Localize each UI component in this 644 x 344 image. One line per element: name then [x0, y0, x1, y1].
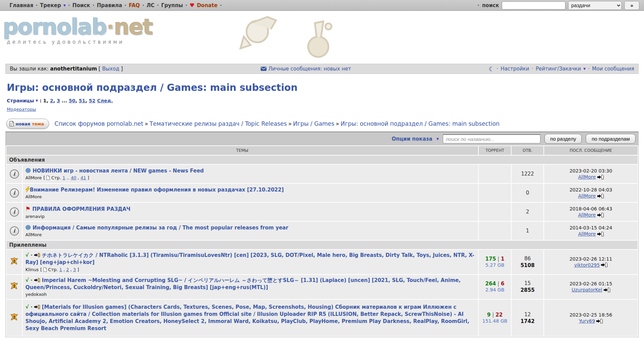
globe-icon	[25, 225, 31, 230]
table-row: i Информация / Самые популярные релизы з…	[6, 221, 638, 240]
nav-pm[interactable]: ЛС	[147, 2, 154, 8]
breadcrumb-games[interactable]: Игры / Games	[293, 120, 335, 127]
table-row: i ⚑ ПРАВИЛА ОФОРМЛЕНИЯ РАЗДАЧ arenavip 2…	[6, 202, 638, 221]
title-search-input[interactable]	[443, 134, 540, 143]
separator: ·	[497, 66, 498, 72]
table-row: i Внимание Релизерам! Изменение правил о…	[6, 183, 638, 202]
page-link[interactable]: 1	[62, 175, 65, 180]
chevron-down-icon[interactable]: ▼	[36, 99, 38, 102]
breadcrumb-current[interactable]: Игры: основной подраздел / Games: main s…	[341, 120, 500, 127]
goto-last-post-icon[interactable]	[601, 262, 607, 267]
next-page-link[interactable]: След.	[97, 98, 113, 103]
last-post-author-link[interactable]: UzurpatorKel	[572, 287, 602, 292]
last-post-date: 2023-02-26 12:11	[544, 256, 638, 262]
search-go-button[interactable]: »	[624, 1, 639, 10]
nav-donate[interactable]: Donate	[197, 2, 217, 8]
top-search-input[interactable]	[502, 1, 565, 9]
nav-rules[interactable]: Правила	[97, 2, 122, 8]
moderators-link[interactable]: Модераторы	[7, 107, 36, 112]
topic-title-link[interactable]: НОВИНКИ игр - новостная лента / NEW game…	[33, 168, 204, 174]
section-sticky: Прилеплены	[6, 240, 638, 249]
nav-groups[interactable]: Группы	[161, 2, 183, 8]
page-link[interactable]: 41	[81, 175, 86, 180]
separator: ...	[60, 98, 69, 103]
goto-last-post-icon[interactable]	[597, 213, 604, 218]
page-link[interactable]: 52	[89, 98, 95, 103]
svg-text:!: !	[13, 284, 15, 289]
search-category-select[interactable]: раздачи	[568, 1, 622, 10]
pm-status-link[interactable]: Личные сообщения: новых нет	[269, 66, 351, 72]
goto-last-post-icon[interactable]	[597, 231, 604, 237]
goto-unread-post-icon[interactable]	[34, 278, 40, 282]
pages-label[interactable]: Страницы	[7, 98, 34, 103]
separator: ·	[532, 66, 533, 72]
page-link[interactable]: 40	[71, 175, 77, 180]
sticky-icon: !	[10, 282, 18, 290]
breadcrumb-forum-index[interactable]: Список форумов pornolab.net	[55, 120, 143, 127]
chevron-down-icon[interactable]: ▼	[63, 4, 66, 7]
nav-faq[interactable]: FAQ	[129, 2, 140, 8]
torrent-size-link[interactable]: 2.94 GB	[485, 287, 504, 292]
goto-unread-post-icon[interactable]	[34, 305, 40, 309]
last-post-author-link[interactable]: AllMore	[578, 231, 596, 237]
my-messages-link[interactable]: Мои сообщения	[592, 66, 634, 72]
new-topic-button[interactable]: новая тема	[6, 119, 49, 129]
replies-count: 1	[526, 228, 529, 234]
search-by-section-button[interactable]: по разделу	[544, 134, 582, 144]
downloads-count: 1742	[512, 318, 543, 324]
last-post-author-link[interactable]: AllMore	[578, 193, 596, 199]
goto-last-post-icon[interactable]	[596, 319, 603, 324]
goto-unread-post-icon[interactable]	[34, 253, 40, 257]
heart-icon: ♥	[190, 2, 194, 8]
page-link[interactable]: 3	[57, 98, 60, 103]
last-post-date: 2014-03-15 04:24	[544, 225, 638, 230]
replies-count: 12	[512, 311, 543, 318]
nav-tracker[interactable]: Трекер	[40, 2, 61, 8]
goto-last-post-icon[interactable]	[597, 175, 604, 180]
chevron-down-icon[interactable]: ▼	[436, 137, 439, 141]
page-title: Игры: основной подраздел / Games: main s…	[7, 82, 644, 93]
search-by-subsections-button[interactable]: по подразделам	[586, 134, 636, 144]
topic-title-link[interactable]: チホネトラレケイカク / NTRaholic [3.1.3] (Tiramisu…	[25, 252, 474, 265]
page-link[interactable]: 1	[59, 267, 62, 272]
last-post-author-link[interactable]: AllMore	[578, 212, 596, 218]
topic-title-link[interactable]: ПРАВИЛА ОФОРМЛЕНИЯ РАЗДАЧ	[32, 206, 130, 212]
topic-title-link[interactable]: Внимание Релизерам! Изменение правил офо…	[30, 187, 284, 193]
replies-count: 86	[512, 256, 543, 262]
separator: ,	[75, 98, 79, 103]
new-document-icon	[9, 121, 14, 126]
page-link[interactable]: 2	[66, 267, 69, 272]
topic-title-link[interactable]: Imperial Harem ~Molesting and Corrupting…	[25, 277, 460, 290]
page-link[interactable]: 51	[79, 98, 85, 103]
search-label: поиск	[482, 2, 499, 8]
moon-icon[interactable]: ☾	[489, 65, 494, 73]
nav-search[interactable]: Поиск	[72, 2, 90, 8]
goto-last-post-icon[interactable]	[604, 287, 610, 292]
page-link[interactable]: 3	[73, 267, 76, 272]
replies-count: 0	[526, 190, 529, 196]
last-post-author-link[interactable]: viktor0295	[574, 262, 600, 268]
lightning-icon	[25, 186, 30, 192]
torrent-size-link[interactable]: 151.48 GB	[482, 318, 508, 324]
separator: ,	[78, 175, 79, 180]
breadcrumb-topic-releases[interactable]: Тематические релизы раздач / Topic Relea…	[150, 120, 287, 127]
display-options-link[interactable]: Опции показа	[392, 136, 432, 142]
settings-link[interactable]: Настройки	[500, 66, 529, 72]
page-link[interactable]: 50	[69, 98, 75, 103]
topic-title-link[interactable]: [Materials for Illusion games] (Characte…	[25, 304, 469, 332]
chevron-down-icon[interactable]: ▼	[583, 67, 586, 70]
pages-label: Стр.	[51, 175, 61, 180]
topic-title-link[interactable]: Информация / Самые популярные релизы за …	[33, 225, 288, 231]
goto-last-post-icon[interactable]	[597, 194, 604, 199]
last-post-author-link[interactable]: Yury69	[579, 318, 595, 324]
nav-home[interactable]: Главная	[9, 2, 33, 8]
last-post-author-link[interactable]: AllMore	[578, 174, 596, 180]
downloads-count: 5108	[512, 262, 543, 268]
last-post-date: 2023-02-25 18:56	[544, 312, 638, 318]
torrent-size-link[interactable]: 5.27 GB	[485, 262, 504, 268]
page-link[interactable]: 2	[50, 98, 53, 103]
topic-author: arenavip	[25, 214, 45, 219]
rating-link[interactable]: Рейтинг/Закачки	[536, 66, 581, 72]
topic-author: AllMore	[25, 232, 42, 237]
logout-link[interactable]: Выход	[102, 66, 120, 72]
